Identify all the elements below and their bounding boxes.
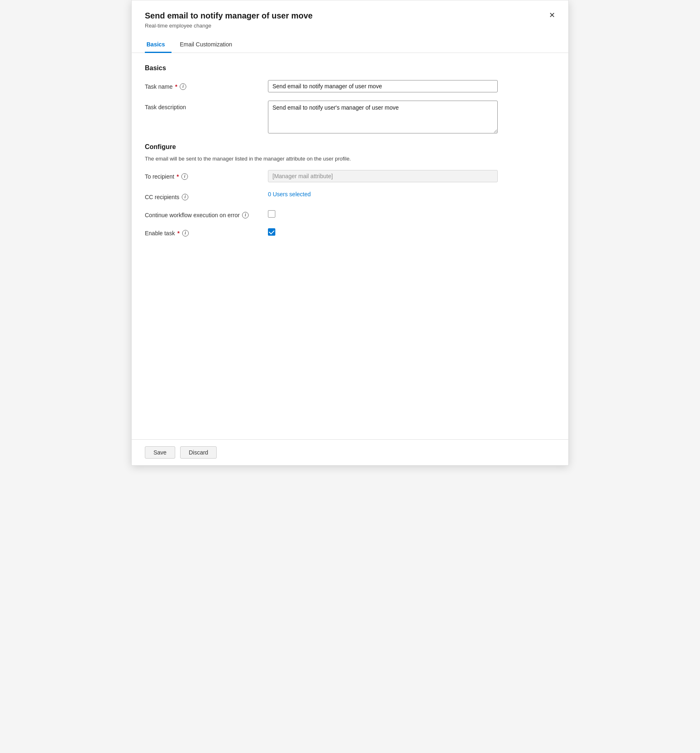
cc-recipients-info-icon[interactable]: i [182,194,188,200]
tab-basics[interactable]: Basics [145,37,172,53]
cc-recipients-label: CC recipients i [145,191,268,200]
to-recipient-input: [Manager mail attribute] [268,170,498,182]
configure-title: Configure [145,143,555,151]
enable-task-control [268,228,555,236]
task-description-control [268,101,555,135]
continue-on-error-row: Continue workflow execution on error i [145,209,555,218]
enable-task-label: Enable task * i [145,227,268,236]
task-name-required: * [175,83,177,90]
close-button[interactable]: ✕ [545,9,558,22]
continue-on-error-control [268,210,555,218]
to-recipient-required: * [177,173,179,180]
cc-recipients-row: CC recipients i 0 Users selected [145,191,555,200]
continue-on-error-info-icon[interactable]: i [242,212,249,218]
save-button[interactable]: Save [145,446,175,459]
dialog: Send email to notify manager of user mov… [131,0,569,466]
task-name-control [268,80,555,92]
discard-button[interactable]: Discard [180,446,217,459]
tabs-bar: Basics Email Customization [132,37,568,53]
tab-email-customization[interactable]: Email Customization [178,37,239,53]
enable-task-required: * [177,230,179,236]
dialog-footer: Save Discard [132,439,568,465]
task-name-label: Task name * i [145,80,268,90]
dialog-body: Basics Task name * i Task description Co… [132,53,568,439]
continue-on-error-checkbox[interactable] [268,210,275,218]
task-description-row: Task description [145,101,555,135]
enable-task-checkbox[interactable] [268,228,275,236]
continue-on-error-label: Continue workflow execution on error i [145,209,268,218]
task-name-row: Task name * i [145,80,555,92]
to-recipient-label: To recipient * i [145,170,268,180]
to-recipient-row: To recipient * i [Manager mail attribute… [145,170,555,182]
dialog-header: Send email to notify manager of user mov… [132,0,568,29]
configure-description: The email will be sent to the manager li… [145,156,555,162]
task-description-textarea[interactable] [268,101,498,133]
to-recipient-control: [Manager mail attribute] [268,170,555,182]
basics-section-title: Basics [145,64,555,72]
task-description-label: Task description [145,101,268,110]
cc-recipients-link[interactable]: 0 Users selected [268,191,311,197]
cc-recipients-control: 0 Users selected [268,191,555,198]
dialog-subtitle: Real-time employee change [145,23,555,29]
enable-task-row: Enable task * i [145,227,555,236]
configure-section: Configure The email will be sent to the … [145,143,555,236]
task-name-info-icon[interactable]: i [180,83,186,90]
dialog-title: Send email to notify manager of user mov… [145,10,555,21]
enable-task-info-icon[interactable]: i [182,230,189,236]
close-icon: ✕ [549,11,555,20]
to-recipient-info-icon[interactable]: i [181,173,188,180]
task-name-input[interactable] [268,80,498,92]
